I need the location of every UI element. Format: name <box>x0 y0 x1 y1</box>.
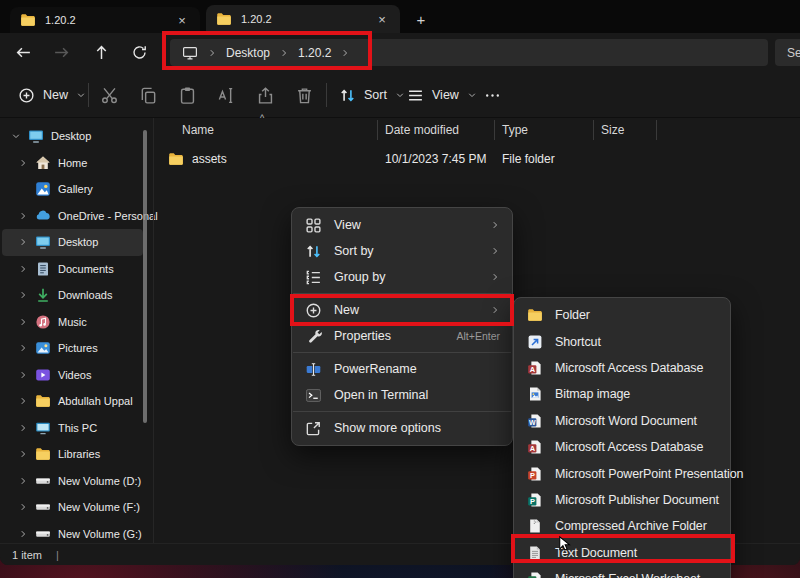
submenu-item-bitmap-image[interactable]: Bitmap image <box>514 381 730 407</box>
keyboard-shortcut: Alt+Enter <box>457 330 500 342</box>
see-more-button[interactable] <box>478 81 506 109</box>
context-menu-item-group-by[interactable]: Group by <box>292 264 512 290</box>
sidebar-item-abdullah-uppal[interactable]: Abdullah Uppal <box>2 388 143 415</box>
chevron-right-icon[interactable] <box>18 449 28 459</box>
submenu-item-compressed-archive[interactable]: Compressed Archive Folder <box>514 513 730 539</box>
new-button[interactable]: New <box>12 80 92 110</box>
publisher-file-icon: P <box>527 492 543 508</box>
submenu-item-access-database-1[interactable]: A Microsoft Access Database <box>514 355 730 381</box>
column-header-size[interactable]: Size <box>594 120 657 140</box>
submenu-item-shortcut[interactable]: Shortcut <box>514 328 730 354</box>
chevron-right-icon[interactable] <box>18 317 28 327</box>
this-pc-monitor-icon <box>182 45 198 61</box>
chevron-down-icon[interactable] <box>11 131 21 141</box>
shortcut-icon <box>527 334 543 350</box>
submenu-item-publisher-document[interactable]: P Microsoft Publisher Document <box>514 487 730 513</box>
menu-separator <box>293 411 511 412</box>
submenu-item-access-database-2[interactable]: A Microsoft Access Database <box>514 434 730 460</box>
sidebar-item-desktop-root[interactable]: Desktop <box>2 123 143 150</box>
chevron-right-icon[interactable] <box>18 529 28 539</box>
svg-text:W: W <box>529 418 536 425</box>
chevron-right-icon[interactable] <box>18 264 28 274</box>
sidebar-item-pictures[interactable]: Pictures <box>2 335 143 362</box>
sidebar-item-home[interactable]: Home <box>2 150 143 177</box>
sidebar-item-desktop[interactable]: Desktop <box>2 229 143 256</box>
search-input[interactable]: Sea <box>775 39 800 66</box>
sidebar-item-libraries[interactable]: Libraries <box>2 441 143 468</box>
drive-icon <box>35 473 51 489</box>
submenu-item-folder[interactable]: Folder <box>514 302 730 328</box>
sidebar-item-onedrive[interactable]: OneDrive - Personal <box>2 203 143 230</box>
up-button[interactable] <box>86 39 116 66</box>
context-menu-item-show-more-options[interactable]: Show more options <box>292 415 512 441</box>
sidebar-item-label: Libraries <box>58 448 100 460</box>
view-lines-icon <box>407 87 424 104</box>
sidebar-item-label: This PC <box>58 422 97 434</box>
delete-button[interactable] <box>290 81 318 109</box>
file-row-assets[interactable]: assets 10/1/2023 7:45 PM File folder <box>154 146 800 172</box>
context-menu-item-sort-by[interactable]: Sort by <box>292 238 512 264</box>
tab-1-20-2-active[interactable]: 1.20.2 × <box>206 5 400 33</box>
pictures-icon <box>35 340 51 356</box>
rename-button[interactable] <box>212 81 240 109</box>
share-button[interactable] <box>251 81 279 109</box>
breadcrumb-segment-desktop[interactable]: Desktop <box>226 46 270 60</box>
breadcrumb-segment-1-20-2[interactable]: 1.20.2 <box>298 46 331 60</box>
submenu-item-powerpoint-presentation[interactable]: P Microsoft PowerPoint Presentation <box>514 460 730 486</box>
context-menu-item-new[interactable]: New <box>292 297 512 323</box>
sidebar-item-downloads[interactable]: Downloads <box>2 282 143 309</box>
submenu-item-excel-worksheet[interactable]: X Microsoft Excel Worksheet <box>514 566 730 578</box>
column-headers: ^ Name Date modified Type Size <box>154 118 800 142</box>
back-button[interactable] <box>8 39 38 66</box>
copy-button[interactable] <box>134 81 162 109</box>
submenu-item-word-document[interactable]: W Microsoft Word Document <box>514 408 730 434</box>
new-tab-button[interactable]: + <box>408 7 434 31</box>
sidebar-item-this-pc[interactable]: This PC <box>2 415 143 442</box>
chevron-right-icon[interactable] <box>18 502 28 512</box>
sidebar-item-music[interactable]: Music <box>2 309 143 336</box>
sidebar-item-videos[interactable]: Videos <box>2 362 143 389</box>
sort-button[interactable]: Sort <box>333 80 411 110</box>
home-icon <box>35 155 51 171</box>
sidebar-item-label: Gallery <box>58 183 93 195</box>
sidebar-item-gallery[interactable]: Gallery <box>2 176 143 203</box>
forward-button[interactable] <box>46 39 76 66</box>
sidebar-item-label: Desktop <box>51 130 91 142</box>
context-menu-item-open-in-terminal[interactable]: Open in Terminal <box>292 382 512 408</box>
column-header-date-modified[interactable]: Date modified <box>378 120 495 140</box>
cut-button[interactable] <box>95 81 123 109</box>
paste-button[interactable] <box>173 81 201 109</box>
tab-1-20-2-inactive[interactable]: 1.20.2 × <box>10 7 200 33</box>
close-tab-icon[interactable]: × <box>174 13 190 28</box>
chevron-right-icon[interactable] <box>18 423 28 433</box>
chevron-right-icon[interactable] <box>18 237 28 247</box>
chevron-right-icon[interactable] <box>18 211 28 221</box>
chevron-right-icon[interactable] <box>18 476 28 486</box>
rename-icon <box>217 86 236 105</box>
chevron-right-icon[interactable] <box>18 370 28 380</box>
sidebar-scrollbar[interactable] <box>143 130 147 423</box>
refresh-button[interactable] <box>124 39 154 66</box>
chevron-right-icon <box>490 246 500 256</box>
sidebar-item-new-volume-d[interactable]: New Volume (D:) <box>2 468 143 495</box>
close-tab-icon[interactable]: × <box>374 12 390 27</box>
address-breadcrumb-bar[interactable]: Desktop 1.20.2 <box>170 39 768 66</box>
sidebar-item-new-volume-f[interactable]: New Volume (F:) <box>2 494 143 521</box>
scissors-icon <box>100 86 119 105</box>
context-menu-item-powerrename[interactable]: PowerRename <box>292 356 512 382</box>
submenu-item-text-document[interactable]: Text Document <box>514 540 730 566</box>
view-button-label: View <box>432 88 459 102</box>
chevron-right-icon[interactable] <box>18 396 28 406</box>
plus-circle-icon <box>305 302 322 319</box>
sidebar-item-documents[interactable]: Documents <box>2 256 143 283</box>
menu-separator <box>293 293 511 294</box>
column-header-name[interactable]: Name <box>154 120 378 140</box>
chevron-right-icon[interactable] <box>18 290 28 300</box>
context-menu-item-view[interactable]: View <box>292 212 512 238</box>
this-pc-icon <box>35 420 51 436</box>
view-button[interactable]: View <box>401 80 483 110</box>
chevron-right-icon[interactable] <box>18 158 28 168</box>
context-menu-item-properties[interactable]: Properties Alt+Enter <box>292 323 512 349</box>
chevron-right-icon[interactable] <box>18 343 28 353</box>
column-header-type[interactable]: Type <box>495 120 594 140</box>
